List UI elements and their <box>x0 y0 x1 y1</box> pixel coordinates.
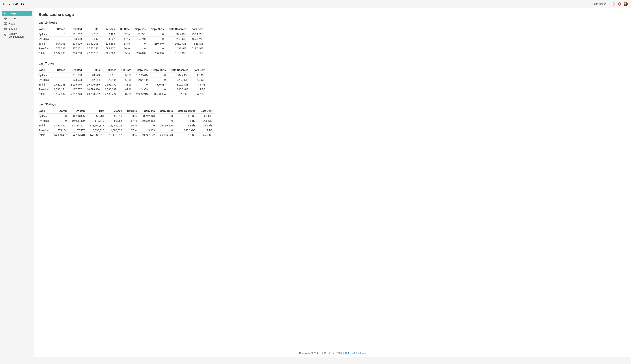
table-cell: 43,969 <box>139 128 157 133</box>
table-row: NVirginia01,178,09352,15423,48568 %1,212… <box>39 78 208 82</box>
table-cell: 1,583,032 <box>102 87 119 92</box>
page-title: Build cache usage <box>39 12 625 17</box>
table-cell: NVirginia <box>39 36 51 41</box>
sidebar-item-legacy-configuration[interactable]: Legacy Configuration <box>2 31 32 39</box>
footer: Develocity 2023.4 | © Gradle Inc. 2023 |… <box>34 350 631 357</box>
table-cell: 0 <box>51 114 69 118</box>
table-cell: 62 % <box>117 32 132 36</box>
table-row: Sydney0161,6174,0162,42362 %141,271032.7… <box>39 32 206 36</box>
usage-section: Last 7 daysNodeStoredEvictedHitsMissesHi… <box>39 62 625 96</box>
gear-link-icon <box>4 34 7 37</box>
table-cell: Built-in <box>39 82 51 87</box>
table-cell: 86 % <box>117 46 132 51</box>
table-cell: 16,115 <box>102 73 119 78</box>
table-cell: 0 <box>139 123 157 128</box>
column-header: Copy Outs <box>157 108 175 114</box>
sidebar-item-health[interactable]: Health <box>2 21 32 26</box>
footer-copyright: © Gradle Inc. 2023 <box>322 352 342 354</box>
table-cell: 604,006 <box>51 41 68 46</box>
totals-row: Totals1,182,7691,230,7087,129,1101,225,8… <box>39 51 206 56</box>
sidebar-item-label: Entries <box>9 27 17 30</box>
help-icon[interactable] <box>611 2 615 6</box>
totals-cell: 280,640 <box>148 51 166 56</box>
table-cell: 0 <box>132 41 148 46</box>
totals-cell: 7,129,110 <box>84 51 101 56</box>
column-header: Hits <box>84 26 101 32</box>
column-header: Evicted <box>69 108 87 114</box>
table-cell: 56,781 <box>87 114 107 118</box>
totals-cell: 87 % <box>119 92 134 96</box>
table-cell: 141,271 <box>132 32 148 36</box>
sidebar-item-label: Health <box>9 22 16 25</box>
usage-section: Last 24 hoursNodeStoredEvictedHitsMisses… <box>39 21 625 55</box>
logo-text-right: ELOCITY <box>11 2 25 6</box>
sidebar-item-label: Legacy Configuration <box>9 32 30 38</box>
table-cell: 1,535,154 <box>51 128 69 133</box>
table-cell: 0 <box>132 46 148 51</box>
totals-cell: Totals <box>39 133 51 138</box>
svg-rect-6 <box>5 29 7 30</box>
table-cell: 1.4 TiB <box>191 87 208 92</box>
table-row: Built-in604,006508,9193,369,205624,35884… <box>39 41 206 46</box>
table-cell: 624,358 <box>101 41 117 46</box>
sidebar-item-nodes[interactable]: Nodes <box>2 16 32 21</box>
table-cell: 10,935,379 <box>69 118 87 123</box>
table-cell: 14.6 GiB <box>198 118 215 123</box>
totals-cell: 19,747,122 <box>139 133 157 138</box>
table-row: Frankfurt1,535,1541,187,55710,598,8201,5… <box>39 87 208 92</box>
table-cell: 87 % <box>119 87 134 92</box>
totals-cell: 4.7 TiB <box>191 92 208 96</box>
totals-cell: 85 % <box>117 51 132 56</box>
table-cell: 1,702,445 <box>134 73 150 78</box>
table-cell: 4,016 <box>84 32 101 36</box>
content: Build cache usage Last 24 hoursNodeStore… <box>34 8 631 350</box>
totals-row: Totals14,959,45734,705,548149,585,21716,… <box>39 133 215 138</box>
table-cell: 26,036,520 <box>157 123 175 128</box>
table-cell: 3.3 TiB <box>191 82 208 87</box>
table-cell: 22.2 GiB <box>166 36 189 41</box>
table-cell: 0 <box>157 128 175 133</box>
column-header: Hit Rate <box>117 26 132 32</box>
avatar[interactable] <box>624 2 628 6</box>
table-cell: 0 <box>51 32 68 36</box>
topbar-right: Build Cache ! <box>592 2 628 6</box>
totals-cell: 149,585,217 <box>87 133 107 138</box>
alert-icon[interactable]: ! <box>618 2 621 6</box>
totals-cell: 5,837,220 <box>68 92 84 96</box>
sidebar-item-usage[interactable]: Usage <box>2 11 32 16</box>
table-cell: 1,583,032 <box>107 128 125 133</box>
table-cell: 0 <box>150 78 168 82</box>
table-cell: 83,000 <box>68 36 84 41</box>
table-row: Built-in2,422,1482,119,94019,076,0892,56… <box>39 82 208 87</box>
table-cell: 1,212,799 <box>134 78 150 82</box>
table-cell: 23,529 <box>84 73 102 78</box>
table-cell: 94,749 <box>132 36 148 41</box>
table-row: Frankfurt1,535,1541,187,55710,598,8201,5… <box>39 128 215 133</box>
sidebar-item-label: Usage <box>9 12 16 15</box>
table-cell: 43,969 <box>134 87 150 92</box>
column-header: Data Sent <box>189 26 206 32</box>
table-cell: 477,172 <box>68 46 84 51</box>
column-header: Misses <box>102 68 119 73</box>
svg-rect-4 <box>5 28 7 28</box>
column-header: Node <box>39 108 51 114</box>
section-title: Last 24 hours <box>39 21 625 24</box>
table-cell: 87 % <box>125 128 139 133</box>
table-cell: 8,712,340 <box>139 114 157 118</box>
svg-point-1 <box>613 5 614 5</box>
table-cell: 10,990,813 <box>139 118 157 123</box>
table-cell: 810.9 GiB <box>168 82 191 87</box>
logo[interactable]: DE ELOCITY <box>3 2 25 6</box>
table-cell: 280,640 <box>148 41 166 46</box>
sidebar-item-entries[interactable]: Entries <box>2 26 32 31</box>
totals-cell: 3,500,084 <box>150 92 168 96</box>
table-cell: 10,598,820 <box>84 87 102 92</box>
logo-slash-icon <box>9 3 11 5</box>
footer-help-link[interactable]: Help and Feedback <box>345 352 366 354</box>
table-cell: NVirginia <box>39 118 51 123</box>
footer-separator: | <box>343 352 344 354</box>
table-cell: 161,617 <box>68 32 84 36</box>
totals-cell: 3,957,302 <box>51 92 68 96</box>
totals-cell: 14,959,457 <box>51 133 69 138</box>
build-cache-link[interactable]: Build Cache <box>592 2 606 6</box>
